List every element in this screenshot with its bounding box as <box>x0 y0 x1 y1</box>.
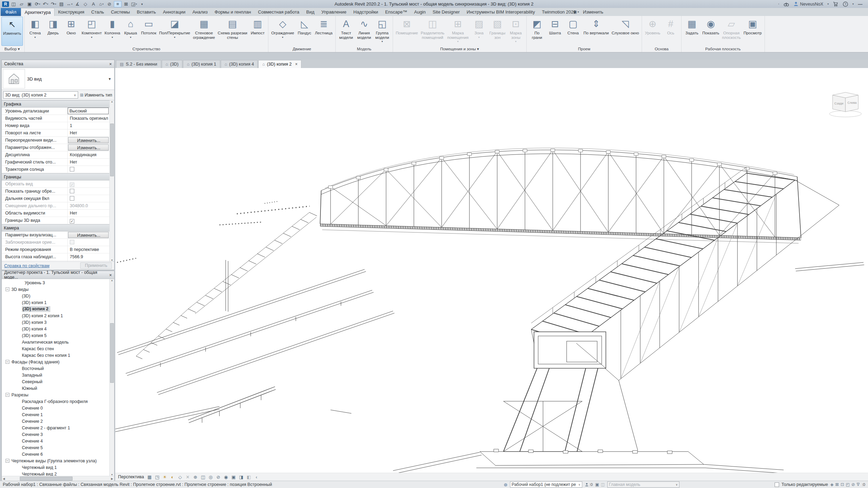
ramp-button[interactable]: ◺Пандус <box>295 17 314 46</box>
ribbon-tab[interactable]: Формы и генплан <box>211 8 254 16</box>
tree-item[interactable]: Восточный <box>2 365 110 372</box>
view-tab[interactable]: ⌂ (3D) копия 2 × <box>258 60 301 68</box>
thin-lines-icon[interactable]: ≡ <box>114 1 122 7</box>
property-row[interactable]: Параметры визуализац... Изменить... <box>2 232 110 239</box>
shadows-icon[interactable]: ◐ <box>170 474 175 480</box>
tree-item[interactable]: Чертежный вид 1 <box>2 464 110 471</box>
model-text-button[interactable]: AТекст модели <box>337 17 355 46</box>
measure-icon[interactable]: ↔ <box>66 1 73 7</box>
tree-item[interactable]: Чертежный вид 2 <box>2 471 110 476</box>
property-row[interactable]: Высота глаза наблюдат... 7566.9 <box>2 253 110 261</box>
modify-button[interactable]: ↖Изменить <box>1 17 23 46</box>
help-icon[interactable]: ? <box>843 1 848 7</box>
opening-by-face-button[interactable]: ◩По грани <box>528 17 546 46</box>
railing-button[interactable]: ◇Ограждение <box>270 17 295 46</box>
apply-button[interactable]: Применить <box>80 262 112 269</box>
properties-scrollbar[interactable]: ▲ ▼ <box>109 100 114 261</box>
roof-button[interactable]: ⌂Крыша <box>122 17 140 46</box>
property-row[interactable]: Обрезать вид <box>2 180 110 188</box>
browser-scrollbar[interactable]: ▲ ▼ <box>109 279 114 476</box>
column-button[interactable]: ▮Колонна <box>103 17 122 46</box>
floor-button[interactable]: ◪Пол/Перекрытие <box>158 17 192 46</box>
shaft-opening-button[interactable]: ⊟Шахта <box>546 17 564 46</box>
ribbon-tab[interactable]: Управление <box>318 8 350 16</box>
type-selector-caret-icon[interactable]: ▼ <box>108 77 114 81</box>
close-properties-button[interactable]: × <box>109 61 112 67</box>
show-crop-region-icon[interactable]: ⊕ <box>193 474 198 480</box>
ribbon-tab[interactable]: Augin <box>411 8 429 16</box>
property-row[interactable]: Видимость частей Показать оригинал <box>2 115 110 122</box>
close-inactive-views-icon[interactable]: ⊠ <box>123 1 130 7</box>
temporary-hide-isolate-icon[interactable]: ◎ <box>208 474 214 480</box>
tree-item[interactable]: Каркас без стен <box>2 345 110 352</box>
tree-item[interactable]: Южный <box>2 385 110 392</box>
wall-button[interactable]: ◧Стена <box>26 17 44 46</box>
dormer-opening-button[interactable]: ◹Слуховое окно <box>610 17 640 46</box>
ribbon-tab[interactable]: Вставить <box>133 8 159 16</box>
drawing-canvas[interactable]: Сзади Слева <box>115 68 868 473</box>
tree-item[interactable]: Сечение 5 <box>2 444 110 451</box>
ribbon-tab[interactable]: Вид <box>303 8 318 16</box>
home-icon[interactable]: ◫ <box>10 1 17 7</box>
property-row[interactable]: Показать границу обре... <box>2 188 110 195</box>
save-icon[interactable]: ▣ <box>26 1 33 7</box>
sun-path-icon[interactable]: ☀ <box>162 474 168 480</box>
lock-orientation-icon[interactable]: ◫ <box>200 474 206 480</box>
ribbon-tab[interactable]: Сталь <box>88 8 108 16</box>
view-tab[interactable]: ⌂ (3D) × <box>162 60 183 68</box>
tree-item[interactable]: (3D) копия 2 копия 1 <box>2 312 110 319</box>
ribbon-tab[interactable]: Конструкция <box>55 8 87 16</box>
tree-item[interactable]: Уровень 3 <box>2 279 110 286</box>
editable-only-checkbox[interactable] <box>775 482 779 487</box>
ribbon-tab[interactable]: Надстройки <box>350 8 382 16</box>
reference-plane-button[interactable]: ▱Опорная плоскость <box>721 17 742 46</box>
view-tab[interactable]: ⌂ (3D) копия 1 × <box>183 60 220 68</box>
property-row[interactable]: Высота точки цели 5764.1 <box>2 261 110 261</box>
select-underlay-icon[interactable]: ⊠ <box>835 482 839 487</box>
ribbon-tab[interactable]: Enscape™ <box>382 8 411 16</box>
ribbon-tab[interactable]: Site Designer <box>429 8 463 16</box>
property-row[interactable]: Заблокированная орие... <box>2 239 110 246</box>
ribbon-tab[interactable]: Файл <box>1 8 21 16</box>
stair-button[interactable]: ≣Лестница <box>314 17 334 46</box>
tree-item[interactable]: Сечение 3 <box>2 431 110 438</box>
switch-windows-icon[interactable]: ◲ <box>131 1 137 7</box>
view-tab[interactable]: ▤ S.2 - Без имени × <box>116 60 161 68</box>
property-row[interactable]: Дальняя секущая Вкл <box>2 195 110 202</box>
scroll-down-icon[interactable]: ▼ <box>111 259 113 261</box>
help-menu-caret-icon[interactable]: ▾ <box>852 2 854 6</box>
select-pinned-icon[interactable]: ⊡ <box>841 482 844 487</box>
undo-icon[interactable]: ↶ <box>42 1 49 7</box>
property-row[interactable]: Камера <box>2 224 110 232</box>
editing-requests[interactable]: :0 <box>585 482 593 487</box>
vertical-opening-button[interactable]: ⇕По вертикали <box>582 17 610 46</box>
print-icon[interactable]: ▤ <box>58 1 65 7</box>
window-button[interactable]: ⊞Окно <box>62 17 80 46</box>
browser-horizontal-scrollbar[interactable]: ◀ ▶ <box>2 476 114 481</box>
tree-item[interactable]: Аналитическая модель <box>2 339 110 345</box>
tree-item[interactable]: (3D) копия 1 <box>2 299 110 306</box>
worksharing-monitor-icon[interactable]: ▣ <box>595 482 599 487</box>
model-group-button[interactable]: ◱Группа модели <box>373 17 391 46</box>
view-cube[interactable]: Сзади Слева <box>829 92 861 117</box>
tree-item[interactable]: (3D) копия 4 <box>2 326 110 332</box>
door-button[interactable]: ◨Дверь <box>44 17 62 46</box>
viewcube-face-back[interactable]: Сзади <box>834 102 843 105</box>
tree-item[interactable]: Сечение 6 <box>2 451 110 457</box>
tree-item[interactable]: Сечение 4 <box>2 438 110 444</box>
text-icon[interactable]: A <box>90 1 97 7</box>
panel-caption[interactable]: Выбор ▾ <box>0 46 24 52</box>
property-row[interactable]: Уровень детализации Высокий <box>2 108 110 115</box>
tree-item[interactable]: (3D) копия 2 <box>2 306 110 312</box>
ribbon-tab[interactable]: Аннотации <box>159 8 189 16</box>
property-row[interactable]: Графика <box>2 100 110 108</box>
tree-item[interactable]: Сечение 2 - фрагмент 1 <box>2 424 110 431</box>
temporary-view-properties-icon[interactable]: ◉ <box>223 474 229 480</box>
property-row[interactable]: Смещение дальнего пр... 304800.0 <box>2 202 110 210</box>
collapse-search-icon[interactable]: ‹ <box>778 2 779 6</box>
mullion-button[interactable]: ▥Импост <box>249 17 267 46</box>
set-workplane-button[interactable]: ▦Задать <box>683 17 701 46</box>
tree-item[interactable]: Западный <box>2 372 110 378</box>
tree-item[interactable]: Фасады (Фасад здания) <box>2 359 110 365</box>
curtain-system-button[interactable]: ▦Стеновое ограждение <box>192 17 216 46</box>
